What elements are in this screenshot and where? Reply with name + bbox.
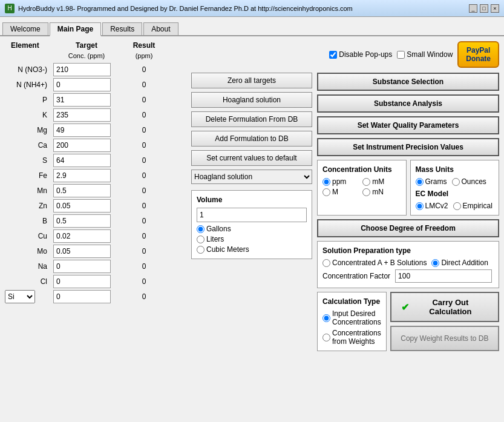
element-input[interactable] xyxy=(53,275,111,288)
element-input[interactable] xyxy=(53,260,111,273)
grams-radio-label[interactable]: Grams xyxy=(416,177,447,186)
element-result: 0 xyxy=(120,141,168,150)
element-label: Zn xyxy=(5,202,53,210)
lmcv2-radio[interactable] xyxy=(416,202,424,210)
gallons-radio[interactable] xyxy=(197,225,205,233)
element-label: Cl xyxy=(5,277,53,286)
element-input[interactable] xyxy=(53,108,111,122)
lmcv2-radio-label[interactable]: LMCv2 xyxy=(416,202,448,210)
main-content: Element Target Result Conc. (ppm) (ppm) … xyxy=(0,36,504,422)
paypal-donate-button[interactable]: PayPal Donate xyxy=(457,41,499,68)
substance-analysis-button[interactable]: Substance Analysis xyxy=(317,94,499,113)
element-label: B xyxy=(5,217,53,225)
element-label: Mo xyxy=(5,247,53,256)
element-input[interactable] xyxy=(53,93,111,107)
col-element-header: Element xyxy=(5,41,53,50)
mm-radio-label[interactable]: mM xyxy=(362,177,401,186)
ppm-radio[interactable] xyxy=(322,178,330,186)
set-instrument-precision-button[interactable]: Set Instrument Precision Values xyxy=(317,138,499,156)
carry-out-calculation-button[interactable]: ✔ Carry Out Calculation xyxy=(390,292,499,322)
ounces-radio[interactable] xyxy=(452,178,460,186)
element-result: 0 xyxy=(120,126,168,134)
si-select[interactable]: Si xyxy=(5,290,35,303)
input-desired-label[interactable]: Input Desired Concentrations xyxy=(322,309,381,326)
element-input[interactable] xyxy=(53,63,111,76)
calculation-type-title: Calculation Type xyxy=(322,297,381,306)
conc-from-weights-label[interactable]: Concentrations from Weights xyxy=(322,329,381,346)
maximize-button[interactable]: □ xyxy=(480,4,488,13)
choose-degree-button[interactable]: Choose Degree of Freedom xyxy=(317,219,499,237)
empirical-radio-label[interactable]: Empirical xyxy=(453,202,493,210)
add-formulation-button[interactable]: Add Formulation to DB xyxy=(191,131,312,147)
direct-addition-label[interactable]: Direct Addition xyxy=(431,259,488,267)
mm-radio[interactable] xyxy=(362,178,370,186)
concentrated-ab-radio[interactable] xyxy=(322,259,330,267)
set-current-default-button[interactable]: Set current values to default xyxy=(191,150,312,166)
cubic-meters-label: Cubic Meters xyxy=(206,245,249,254)
solution-dropdown[interactable]: Hoagland solution xyxy=(191,170,312,184)
m-radio[interactable] xyxy=(322,188,330,196)
element-input[interactable] xyxy=(53,229,111,243)
mn-radio-label[interactable]: mN xyxy=(362,188,401,196)
element-result: 0 xyxy=(120,111,168,119)
element-label: Ca xyxy=(5,141,53,150)
small-window-checkbox[interactable] xyxy=(397,51,405,59)
conc-from-weights-radio[interactable] xyxy=(322,334,330,341)
ounces-radio-label[interactable]: Ounces xyxy=(452,177,486,186)
minimize-button[interactable]: _ xyxy=(469,4,477,13)
tab-welcome[interactable]: Welcome xyxy=(2,22,48,35)
ppm-radio-label[interactable]: ppm xyxy=(322,177,361,186)
small-window-label[interactable]: Small Window xyxy=(397,50,453,59)
cubic-meters-radio-label[interactable]: Cubic Meters xyxy=(197,245,249,254)
col-target-header: Target xyxy=(53,41,120,50)
m-radio-label[interactable]: M xyxy=(322,188,361,196)
element-input[interactable] xyxy=(53,199,111,213)
copy-weight-results-button[interactable]: Copy Weight Results to DB xyxy=(390,326,499,351)
disable-popups-label[interactable]: Disable Pop-ups xyxy=(329,50,392,59)
volume-input[interactable] xyxy=(197,208,307,222)
element-input[interactable] xyxy=(53,184,111,197)
concentrated-ab-label[interactable]: Concentrated A + B Solutions xyxy=(322,259,427,267)
input-desired-radio[interactable] xyxy=(322,314,330,322)
zero-all-targets-button[interactable]: Zero all targets xyxy=(191,73,312,88)
element-input[interactable] xyxy=(53,78,111,91)
delete-formulation-button[interactable]: Delete Formulation From DB xyxy=(191,111,312,127)
element-label: Na xyxy=(5,262,53,271)
grams-label: Grams xyxy=(425,177,447,186)
element-label: N (NH4+) xyxy=(5,81,53,89)
element-input[interactable] xyxy=(53,245,111,258)
element-input[interactable] xyxy=(53,124,111,137)
mn-radio[interactable] xyxy=(362,188,370,196)
si-input[interactable] xyxy=(53,290,111,303)
tab-about[interactable]: About xyxy=(143,22,178,35)
tab-results[interactable]: Results xyxy=(102,22,142,35)
concentrated-ab-text: Concentrated A + B Solutions xyxy=(332,259,427,267)
element-input[interactable] xyxy=(53,169,111,182)
element-input[interactable] xyxy=(53,139,111,152)
cubic-meters-radio[interactable] xyxy=(197,246,205,254)
substance-selection-button[interactable]: Substance Selection xyxy=(317,73,499,91)
element-input[interactable] xyxy=(53,214,111,228)
concentration-factor-input[interactable] xyxy=(395,269,492,283)
tab-main-page[interactable]: Main Page xyxy=(50,22,101,36)
volume-title: Volume xyxy=(197,196,307,204)
element-result: 0 xyxy=(120,186,168,195)
liters-radio-label[interactable]: Liters xyxy=(197,235,224,243)
empirical-radio[interactable] xyxy=(453,202,461,210)
app-icon: H xyxy=(5,4,15,13)
disable-popups-checkbox[interactable] xyxy=(329,51,337,59)
gallons-label: Gallons xyxy=(206,225,231,233)
solution-name-button[interactable]: Hoagland solution xyxy=(191,92,312,108)
element-input[interactable] xyxy=(53,154,111,167)
grams-radio[interactable] xyxy=(416,178,424,186)
table-row: Mg 0 xyxy=(5,124,186,137)
check-icon: ✔ xyxy=(401,302,409,313)
liters-radio[interactable] xyxy=(197,236,205,243)
concentration-units-box: Concentration Units ppm mM xyxy=(317,160,407,216)
close-button[interactable]: × xyxy=(491,4,499,13)
small-window-text: Small Window xyxy=(407,50,453,59)
gallons-radio-label[interactable]: Gallons xyxy=(197,225,231,233)
direct-addition-radio[interactable] xyxy=(431,259,439,267)
element-rows: N (NO3-) 0 N (NH4+) 0 P 0 K 0 Mg 0 Ca 0 … xyxy=(5,63,186,288)
set-water-quality-button[interactable]: Set Water Quality Parameters xyxy=(317,116,499,134)
